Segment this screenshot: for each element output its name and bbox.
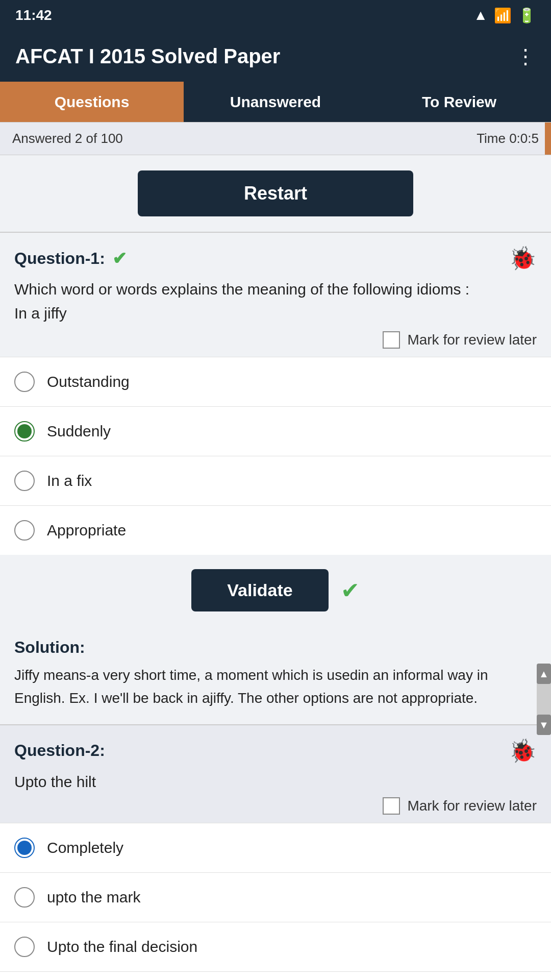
validate-button-q1[interactable]: Validate [191, 569, 329, 611]
signal-icon: 📶 [494, 7, 512, 24]
mark-review-q1: Mark for review later [14, 331, 537, 357]
validate-container-q1: Validate ✔ [0, 555, 551, 626]
radio-outstanding[interactable] [14, 372, 35, 392]
question-1-header: Question-1: ✔ 🐞 [14, 245, 537, 272]
mark-review-q2: Mark for review later [14, 797, 537, 823]
option-q1-appropriate[interactable]: Appropriate [0, 505, 551, 555]
status-time: 11:42 [15, 7, 52, 23]
timer: Time 0:0:5 [477, 131, 539, 146]
tab-bar: Questions Unanswered To Review [0, 82, 551, 122]
correct-icon: ✔ [112, 248, 127, 268]
option-q1-suddenly[interactable]: Suddenly [0, 406, 551, 456]
radio-appropriate[interactable] [14, 520, 35, 541]
question-2-text: Upto the hilt [14, 770, 537, 793]
scroll-up-button[interactable]: ▲ [537, 664, 551, 684]
wifi-icon: ▲ [473, 7, 488, 23]
answered-count: Answered 2 of 100 [12, 131, 123, 146]
solution-block-q1: Solution: Jiffy means-a very short time,… [0, 626, 551, 724]
question-1-label: Question-1: ✔ [14, 248, 127, 268]
battery-icon: 🔋 [518, 7, 536, 24]
radio-upto-the-mark[interactable] [14, 887, 35, 908]
app-title: AFCAT I 2015 Solved Paper [15, 45, 280, 68]
question-1-text: Which word or words explains the meaning… [14, 278, 537, 301]
option-q2-completely[interactable]: Completely [0, 823, 551, 872]
tab-questions[interactable]: Questions [0, 82, 184, 122]
question-1-block: Question-1: ✔ 🐞 Which word or words expl… [0, 232, 551, 357]
tab-unanswered[interactable]: Unanswered [184, 82, 367, 122]
restart-container: Restart [0, 155, 551, 232]
restart-button[interactable]: Restart [138, 170, 413, 216]
solution-text: Jiffy means-a very short time, a moment … [14, 664, 537, 710]
scrollbar[interactable]: ▲ ▼ [537, 664, 551, 735]
option-q1-in-a-fix[interactable]: In a fix [0, 456, 551, 505]
radio-upto-final-decision[interactable] [14, 937, 35, 957]
option-q2-none[interactable]: None of these [0, 971, 551, 980]
option-q2-upto-final-decision[interactable]: Upto the final decision [0, 922, 551, 971]
question-2-block: Question-2: 🐞 Upto the hilt Mark for rev… [0, 724, 551, 823]
mark-review-label-q2: Mark for review later [407, 798, 537, 814]
bug-icon-q2[interactable]: 🐞 [509, 738, 537, 764]
radio-in-a-fix[interactable] [14, 471, 35, 491]
progress-bar: Answered 2 of 100 Time 0:0:5 [0, 122, 551, 155]
bug-icon-q1[interactable]: 🐞 [509, 245, 537, 272]
status-bar: 11:42 ▲ 📶 🔋 [0, 0, 551, 31]
app-header: AFCAT I 2015 Solved Paper ⋮ [0, 31, 551, 82]
radio-completely[interactable] [14, 838, 35, 858]
question-2-label: Question-2: [14, 741, 105, 760]
option-q1-outstanding[interactable]: Outstanding [0, 357, 551, 406]
options-list-q1: Outstanding Suddenly In a fix Appropriat… [0, 357, 551, 555]
tab-to-review[interactable]: To Review [367, 82, 551, 122]
question-2-header: Question-2: 🐞 [14, 738, 537, 764]
mark-review-label-q1: Mark for review later [407, 332, 537, 348]
status-icons: ▲ 📶 🔋 [473, 7, 536, 24]
scroll-down-button[interactable]: ▼ [537, 715, 551, 735]
solution-title: Solution: [14, 638, 537, 657]
validate-check-icon: ✔ [341, 577, 360, 603]
more-options-icon[interactable]: ⋮ [515, 44, 536, 68]
question-1-idiom: In a jiffy [14, 305, 537, 322]
options-list-q2: Completely upto the mark Upto the final … [0, 823, 551, 980]
option-q2-upto-the-mark[interactable]: upto the mark [0, 872, 551, 922]
progress-indicator [545, 122, 551, 155]
mark-review-checkbox-q2[interactable] [383, 797, 400, 815]
mark-review-checkbox-q1[interactable] [383, 331, 400, 349]
radio-suddenly[interactable] [14, 421, 35, 442]
